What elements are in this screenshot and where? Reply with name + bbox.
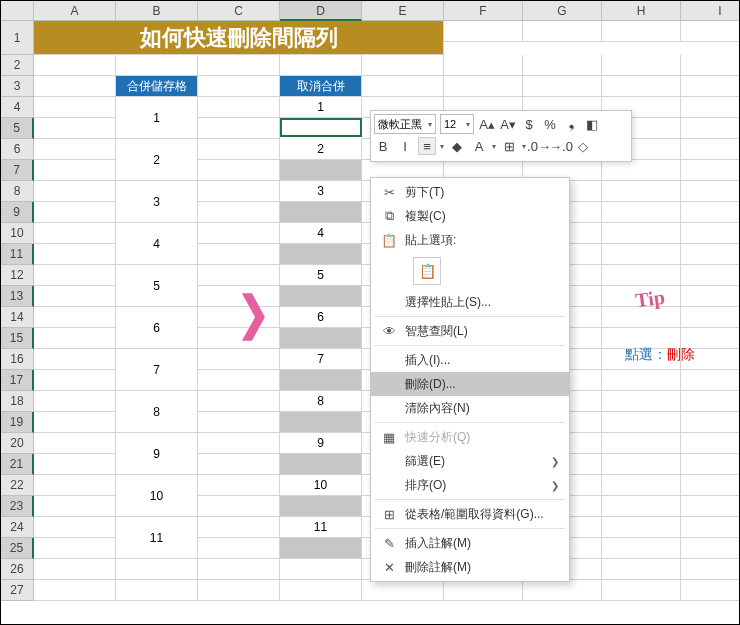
cell[interactable] xyxy=(602,496,681,517)
cell[interactable] xyxy=(198,76,280,97)
cell[interactable] xyxy=(198,118,280,139)
data-cell[interactable]: 2 xyxy=(280,139,362,160)
row-header[interactable]: 26 xyxy=(1,559,34,580)
cell[interactable] xyxy=(681,21,740,42)
cell[interactable] xyxy=(116,559,198,580)
row-header[interactable]: 18 xyxy=(1,391,34,412)
row-header[interactable]: 20 xyxy=(1,433,34,454)
clear-format-icon[interactable]: ◇ xyxy=(574,137,592,155)
data-cell[interactable]: 8 xyxy=(280,391,362,412)
cell[interactable] xyxy=(681,160,740,181)
row-header[interactable]: 21 xyxy=(1,454,34,475)
cell[interactable] xyxy=(198,517,280,538)
increase-font-icon[interactable]: A▴ xyxy=(478,115,496,133)
cell[interactable] xyxy=(34,475,116,496)
cell[interactable] xyxy=(602,181,681,202)
fill-color-icon[interactable]: ◆ xyxy=(448,137,466,155)
cell[interactable] xyxy=(523,55,602,76)
row-header[interactable]: 10 xyxy=(1,223,34,244)
cell[interactable] xyxy=(681,139,740,160)
currency-icon[interactable]: $ xyxy=(520,115,538,133)
data-cell[interactable]: 4 xyxy=(280,223,362,244)
insert-comment-menu[interactable]: ✎插入註解(M) xyxy=(371,531,569,555)
data-cell[interactable]: 3 xyxy=(280,181,362,202)
increase-decimal-icon[interactable]: .0→ xyxy=(530,137,548,155)
cell[interactable] xyxy=(198,160,280,181)
data-cell[interactable]: 11 xyxy=(280,517,362,538)
cell[interactable] xyxy=(681,55,740,76)
cell[interactable] xyxy=(362,580,444,601)
row-header[interactable]: 16 xyxy=(1,349,34,370)
row-header[interactable]: 11 xyxy=(1,244,34,265)
cell[interactable] xyxy=(198,55,280,76)
selected-cell[interactable] xyxy=(280,286,362,307)
cell[interactable] xyxy=(523,21,602,42)
cell[interactable] xyxy=(444,55,523,76)
row-header[interactable]: 24 xyxy=(1,517,34,538)
decrease-decimal-icon[interactable]: →.0 xyxy=(552,137,570,155)
cell[interactable] xyxy=(198,391,280,412)
cell[interactable] xyxy=(681,181,740,202)
clear-contents-menu[interactable]: 清除內容(N) xyxy=(371,396,569,420)
delete-comment-menu[interactable]: ✕刪除註解(M) xyxy=(371,555,569,579)
cell[interactable] xyxy=(198,181,280,202)
cell[interactable] xyxy=(602,391,681,412)
cell[interactable] xyxy=(681,412,740,433)
selected-cell[interactable] xyxy=(280,370,362,391)
cell[interactable] xyxy=(681,538,740,559)
cell[interactable] xyxy=(602,580,681,601)
selected-cell[interactable] xyxy=(280,244,362,265)
data-cell[interactable]: 10 xyxy=(280,475,362,496)
cell[interactable] xyxy=(681,244,740,265)
cell[interactable] xyxy=(198,475,280,496)
cell[interactable] xyxy=(34,580,116,601)
row-header[interactable]: 22 xyxy=(1,475,34,496)
cell[interactable] xyxy=(602,160,681,181)
cell[interactable] xyxy=(681,76,740,97)
cell[interactable] xyxy=(34,370,116,391)
cell[interactable] xyxy=(198,559,280,580)
cell[interactable] xyxy=(602,370,681,391)
filter-menu[interactable]: 篩選(E)❯ xyxy=(371,449,569,473)
cell[interactable] xyxy=(34,307,116,328)
cell[interactable] xyxy=(198,139,280,160)
cell[interactable] xyxy=(681,97,740,118)
font-name-dropdown[interactable]: 微軟正黑▾ xyxy=(374,114,436,134)
row-header[interactable]: 9 xyxy=(1,202,34,223)
column-header-i[interactable]: I xyxy=(681,1,740,21)
copy-menu[interactable]: ⧉複製(C) xyxy=(371,204,569,228)
cell[interactable] xyxy=(34,328,116,349)
column-header-e[interactable]: E xyxy=(362,1,444,21)
column-header-g[interactable]: G xyxy=(523,1,602,21)
font-color-icon[interactable]: A xyxy=(470,137,488,155)
cell[interactable] xyxy=(681,454,740,475)
cell[interactable] xyxy=(34,55,116,76)
cell[interactable] xyxy=(34,244,116,265)
row-header[interactable]: 27 xyxy=(1,580,34,601)
cell[interactable] xyxy=(280,580,362,601)
row-header[interactable]: 1 xyxy=(1,21,34,55)
column-header-h[interactable]: H xyxy=(602,1,681,21)
cell[interactable] xyxy=(34,412,116,433)
cell[interactable] xyxy=(198,433,280,454)
cell[interactable] xyxy=(602,223,681,244)
cell[interactable] xyxy=(681,496,740,517)
cell[interactable] xyxy=(198,202,280,223)
cell[interactable] xyxy=(198,580,280,601)
cell[interactable] xyxy=(602,559,681,580)
get-table-data-menu[interactable]: ⊞從表格/範圍取得資料(G)... xyxy=(371,502,569,526)
paste-options-menu[interactable]: 📋貼上選項: xyxy=(371,228,569,252)
row-header[interactable]: 23 xyxy=(1,496,34,517)
smart-lookup-menu[interactable]: 👁智慧查閱(L) xyxy=(371,319,569,343)
selected-cell[interactable] xyxy=(280,538,362,559)
selected-cell[interactable] xyxy=(280,454,362,475)
cell[interactable] xyxy=(34,160,116,181)
cell[interactable] xyxy=(362,76,444,97)
cell[interactable] xyxy=(198,97,280,118)
cell[interactable] xyxy=(602,244,681,265)
cell[interactable] xyxy=(198,538,280,559)
border-icon[interactable]: ⊞ xyxy=(500,137,518,155)
italic-icon[interactable]: I xyxy=(396,137,414,155)
row-header[interactable]: 13 xyxy=(1,286,34,307)
data-cell[interactable]: 5 xyxy=(280,265,362,286)
